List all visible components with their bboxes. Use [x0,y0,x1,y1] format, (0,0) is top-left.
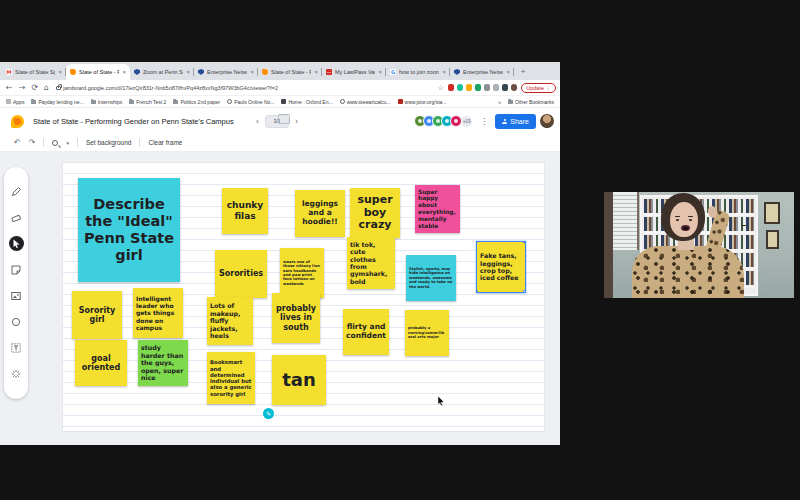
sticky-note-intelligent-leader[interactable]: Intelligent leader who gets things done … [133,288,183,338]
sticky-note-leggings-hoodie[interactable]: leggings and a hoodie!! [295,190,345,237]
eraser-tool-icon[interactable] [9,210,24,225]
undo-icon[interactable]: ↶ [14,138,21,147]
docs-extension-icon[interactable] [466,84,473,91]
sticky-note-tik-tok[interactable]: tik tok, cute clothes from gymshark, bol… [347,237,395,289]
extension-extension-icon[interactable] [484,84,491,91]
next-frame-icon[interactable]: › [295,117,298,126]
sticky-note-nittany-ears[interactable]: wears one of those nittany lion ears hea… [280,248,324,298]
tab-close-icon[interactable]: × [314,69,318,75]
sticky-note-prompt[interactable]: Describe the "Ideal" Penn State girl [78,178,180,282]
browser-tab-2[interactable]: Zoom at Penn St× [130,64,194,80]
bookmark-label: Payday lending ne... [38,99,83,105]
zoom-icon[interactable] [52,140,58,146]
select-tool-icon[interactable] [9,236,24,251]
bookmark-2[interactable]: Internships [91,99,122,105]
tab-close-icon[interactable]: × [506,69,510,75]
bookmark-4[interactable]: Politics 2nd paper [173,99,220,105]
bookmark-1[interactable]: Payday lending ne... [31,99,83,105]
browser-tab-3[interactable]: Enterprise Netwo× [194,64,258,80]
tab-close-icon[interactable]: × [122,69,126,75]
sticky-note-tool-icon[interactable] [9,262,24,277]
extension-extension-icon[interactable] [511,84,518,91]
sticky-note-study-harder[interactable]: study harder than the guys, open, super … [138,340,188,386]
tab-close-icon[interactable]: × [58,69,62,75]
mouse-cursor-icon [437,392,445,410]
tab-close-icon[interactable]: × [250,69,254,75]
share-button[interactable]: Share [495,114,536,129]
browser-tab-6[interactable]: Ghow to join zoom× [386,64,450,80]
sticky-note-sororities[interactable]: Sororities [215,250,267,298]
browser-tab-4[interactable]: State of State - P× [258,64,322,80]
selection-handle[interactable] [477,290,478,292]
header-overflow-menu-icon[interactable]: ⋮ [477,117,491,126]
clear-frame-button[interactable]: Clear frame [148,139,182,146]
lastpass-extension-icon[interactable] [448,84,455,91]
home-icon[interactable]: ⌂ [44,83,49,92]
forward-icon[interactable]: → [19,83,26,92]
bookmark-5[interactable]: Pauls Online No... [227,99,274,105]
sticky-note-nursing-major[interactable]: probably a nursing/comm/liberal arts maj… [405,310,449,356]
other-bookmarks[interactable]: Other Bookmarks [508,99,554,105]
sticky-note-super-boy-crazy[interactable]: super boy crazy [350,188,400,238]
laser-tool-icon[interactable] [9,367,24,382]
tab-close-icon[interactable]: × [442,69,446,75]
prev-frame-icon[interactable]: ‹ [256,117,259,126]
sticky-note-goal-oriented[interactable]: goal oriented [75,340,127,386]
selection-handle[interactable] [523,290,525,292]
sticky-note-lots-of-makeup[interactable]: Lots of makeup, fluffy jackets, heels [207,297,253,345]
bookmark-7[interactable]: www.stewartcalcu... [340,99,391,105]
bookmark-8[interactable]: www.jstor.org/sta... [398,99,447,105]
back-icon[interactable]: ← [6,83,13,92]
text-box-tool-icon[interactable] [9,341,24,356]
redo-icon[interactable]: ↷ [29,138,36,147]
new-tab-button[interactable]: + [517,66,529,78]
bookmark-star-icon[interactable]: ☆ [437,84,443,92]
tab-close-icon[interactable]: × [378,69,382,75]
note-text: leggings and a hoodie!! [298,200,342,227]
browser-tab-5[interactable]: ...My LastPass Vault× [322,64,386,80]
bookmark-3[interactable]: French Test 2 [129,99,166,105]
bookmark-label: French Test 2 [136,99,166,105]
bookmark-6[interactable]: Home : Oxford En... [281,99,332,105]
zoom-caret-icon[interactable]: ▾ [66,140,69,146]
red-icon [398,99,403,104]
extension-extension-icon[interactable] [493,84,500,91]
selection-handle[interactable] [523,242,525,243]
image-tool-icon[interactable] [9,289,24,304]
sticky-note-sorority-girl[interactable]: Sorority girl [72,291,122,339]
bookmark-0[interactable]: Apps [6,99,24,105]
sticky-note-fake-tans[interactable]: Fake tans, leggings, crop top, iced coff… [477,242,525,292]
address-bar[interactable]: jamboard.google.com/d/17lezQir831r-Nnb5o… [56,85,437,91]
reload-icon[interactable]: ⟳ [31,83,38,92]
sticky-note-chunky-filas[interactable]: chunky filas [222,188,268,234]
browser-tab-1[interactable]: State of State - P× [66,64,130,80]
browser-tab-0[interactable]: MState of State Sp× [2,64,66,80]
jam-canvas[interactable]: Describe the "Ideal" Penn State girlchun… [0,152,560,445]
extension-extension-icon[interactable] [502,84,509,91]
grammarly-extension-icon[interactable] [457,84,464,91]
wall-picture-frame [766,230,779,249]
sticky-note-booksmart[interactable]: Booksmart and determined individual but … [207,352,255,404]
profile-avatar[interactable] [540,114,554,128]
pen-tool-icon[interactable] [9,184,24,199]
url-text: jamboard.google.com/d/17lezQir831r-Nnb5o… [63,85,278,91]
drive-extension-icon[interactable] [475,84,482,91]
shape-tool-icon[interactable] [9,315,24,330]
browser-tab-7[interactable]: Enterprise Netwo× [450,64,514,80]
bookmark-label: Pauls Online No... [234,99,274,105]
sticky-note-lives-in-south[interactable]: probably lives in south [272,293,320,343]
chrome-update-button[interactable]: Update ⋮ [521,83,556,93]
jam-title[interactable]: State of State - Performing Gender on Pe… [33,117,234,126]
frame-indicator[interactable]: 3/3 [265,115,289,128]
bookmarks-overflow-icon[interactable]: » [498,99,501,105]
set-background-button[interactable]: Set background [86,139,132,146]
note-text: Booksmart and determined individual but … [210,359,252,397]
sticky-note-super-happy[interactable]: Super happy about everything, mentally s… [415,185,460,233]
tab-close-icon[interactable]: × [186,69,190,75]
note-text: chunky filas [225,200,265,221]
sticky-note-stylish-sporty[interactable]: Stylish, sporty, may hide intelligence o… [406,255,456,301]
note-text: super boy crazy [353,194,397,233]
selection-handle[interactable] [477,242,478,243]
sticky-note-flirty-confident[interactable]: flirty and confident [343,309,389,355]
sticky-note-tan[interactable]: tan [272,355,326,405]
